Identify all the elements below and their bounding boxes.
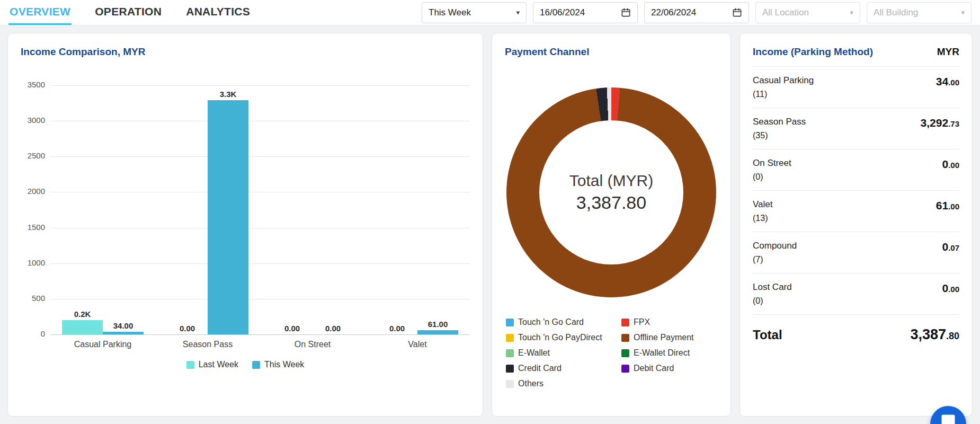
row-name: Casual Parking xyxy=(753,75,814,86)
y-axis-tick-label: 3500 xyxy=(28,80,45,89)
payment-channel-title: Payment Channel xyxy=(505,46,718,58)
legend-item-last-week[interactable]: Last Week xyxy=(186,360,238,369)
legend-item-touch-n-go-paydirect[interactable]: Touch 'n Go PayDirect xyxy=(506,333,621,342)
bar-group-valet: 0.0061.00Valet xyxy=(377,85,458,334)
legend-swatch xyxy=(506,349,514,357)
parking-method-header: Income (Parking Method) MYR xyxy=(753,46,959,67)
income-comparison-title: Income Comparison, MYR xyxy=(21,46,470,58)
legend-swatch xyxy=(186,361,194,369)
bar-last-week[interactable] xyxy=(62,320,103,334)
row-label: On Street(0) xyxy=(753,158,791,182)
period-select-value: This Week xyxy=(429,7,471,18)
tab-analytics[interactable]: ANALYTICS xyxy=(185,0,251,25)
row-amount-integer: 0 xyxy=(942,241,948,253)
location-select-value: All Location xyxy=(762,7,809,18)
location-select[interactable]: All Location ▾ xyxy=(755,2,860,23)
legend-label: Touch 'n Go Card xyxy=(518,317,584,327)
bar-value-label: 0.00 xyxy=(180,324,195,333)
row-amount-integer: 0 xyxy=(942,282,948,294)
x-axis-category-label: Season Pass xyxy=(183,340,233,349)
y-axis-tick-label: 2500 xyxy=(28,151,45,160)
bar-chart-legend: Last WeekThis Week xyxy=(21,360,470,369)
legend-item-others[interactable]: Others xyxy=(506,379,621,388)
row-count: (35) xyxy=(753,131,806,140)
building-select-value: All Building xyxy=(874,7,918,18)
row-name: Valet xyxy=(753,199,773,210)
legend-label: Offline Payment xyxy=(634,333,694,342)
legend-swatch xyxy=(506,319,514,326)
row-amount: 61.00 xyxy=(936,199,959,212)
row-amount-decimal: .07 xyxy=(948,243,959,252)
income-parking-method-panel: Income (Parking Method) MYR Casual Parki… xyxy=(740,33,973,417)
date-to-input[interactable]: 22/06/2024 xyxy=(644,2,749,23)
parking-method-total-row: Total 3,387.80 xyxy=(753,315,959,343)
row-amount-decimal: .00 xyxy=(948,161,959,170)
bar-slot: 34.00 xyxy=(103,85,144,334)
bar-value-label: 0.2K xyxy=(74,310,91,319)
legend-swatch xyxy=(621,334,629,342)
parking-method-row-lost-card: Lost Card(0)0.00 xyxy=(753,273,959,315)
row-amount: 3,292.73 xyxy=(921,117,959,129)
x-axis-category-label: Valet xyxy=(408,340,426,349)
row-label: Compound(7) xyxy=(753,241,797,264)
row-count: (0) xyxy=(753,172,791,182)
bar-slot: 0.2K xyxy=(62,85,103,334)
legend-item-e-wallet-direct[interactable]: E-Wallet Direct xyxy=(621,348,694,358)
row-name: On Street xyxy=(753,158,791,169)
legend-item-fpx[interactable]: FPX xyxy=(621,317,694,327)
row-amount-decimal: .00 xyxy=(948,285,959,294)
total-amount: 3,387.80 xyxy=(910,326,959,343)
row-label: Casual Parking(11) xyxy=(753,75,814,99)
parking-method-row-compound: Compound(7)0.07 xyxy=(753,232,959,273)
donut-center-value: 3,387.80 xyxy=(576,192,646,213)
bar-group-season-pass: 0.003.3KSeason Pass xyxy=(167,85,248,334)
chevron-down-icon: ▾ xyxy=(850,9,853,16)
calendar-icon xyxy=(732,7,742,17)
legend-item-this-week[interactable]: This Week xyxy=(252,360,304,369)
filter-bar: This Week ▾ 16/06/2024 22/06/2024 All Lo… xyxy=(422,2,972,23)
donut-ring[interactable]: Total (MYR) 3,387.80 xyxy=(506,87,716,297)
row-label: Valet(13) xyxy=(753,199,773,223)
legend-item-credit-card[interactable]: Credit Card xyxy=(506,364,621,373)
bar-this-week[interactable] xyxy=(103,332,144,334)
legend-label: Touch 'n Go PayDirect xyxy=(518,333,602,342)
legend-item-offline-payment[interactable]: Offline Payment xyxy=(621,333,694,342)
row-amount-decimal: .00 xyxy=(948,202,959,211)
legend-item-touch-n-go-card[interactable]: Touch 'n Go Card xyxy=(506,317,621,327)
bar-plot-area: 0.2K34.00Casual Parking0.003.3KSeason Pa… xyxy=(50,85,470,334)
row-amount-integer: 3,292 xyxy=(921,117,949,129)
bar-value-label: 0.00 xyxy=(325,324,341,333)
legend-item-e-wallet[interactable]: E-Wallet xyxy=(506,348,621,358)
bar-groups: 0.2K34.00Casual Parking0.003.3KSeason Pa… xyxy=(50,85,470,334)
row-count: (13) xyxy=(753,214,773,223)
bar-slot: 0.00 xyxy=(167,85,208,334)
building-select[interactable]: All Building ▾ xyxy=(867,2,972,23)
row-count: (0) xyxy=(753,296,792,306)
date-from-input[interactable]: 16/06/2024 xyxy=(533,2,638,23)
gridline xyxy=(50,334,470,335)
legend-item-debit-card[interactable]: Debit Card xyxy=(621,364,694,373)
bar-value-label: 0.00 xyxy=(284,324,300,333)
bar-slot: 61.00 xyxy=(417,85,458,334)
bar-this-week[interactable] xyxy=(208,100,248,334)
tab-operation[interactable]: OPERATION xyxy=(94,0,163,25)
x-axis-category-label: On Street xyxy=(295,340,331,349)
bar-slot: 0.00 xyxy=(313,85,353,334)
total-label: Total xyxy=(753,328,782,342)
legend-swatch xyxy=(506,365,514,373)
donut-center-label: Total (MYR) xyxy=(569,172,653,190)
legend-label: FPX xyxy=(634,317,650,327)
bar-this-week[interactable] xyxy=(417,330,458,334)
bar-slot: 0.00 xyxy=(272,85,313,334)
bar-value-label: 61.00 xyxy=(428,320,448,329)
chevron-down-icon: ▾ xyxy=(516,9,520,16)
legend-swatch xyxy=(621,365,629,373)
tab-overview[interactable]: OVERVIEW xyxy=(8,0,72,25)
row-name: Season Pass xyxy=(753,117,806,127)
legend-label: Credit Card xyxy=(518,364,562,373)
period-select[interactable]: This Week ▾ xyxy=(422,2,527,23)
row-amount-integer: 61 xyxy=(936,199,948,211)
row-name: Compound xyxy=(753,241,797,251)
bar-value-label: 3.3K xyxy=(220,90,237,99)
parking-method-row-season-pass: Season Pass(35)3,292.73 xyxy=(753,108,959,149)
